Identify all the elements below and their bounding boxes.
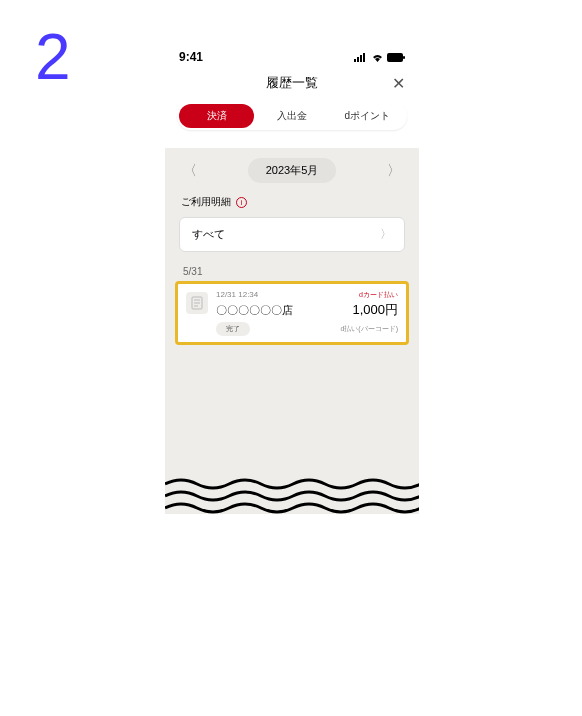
tab-payment[interactable]: 決済 [179,104,254,128]
next-month-button[interactable]: 〉 [387,162,401,180]
signal-icon [354,53,368,62]
page-header: 履歴一覧 ✕ [165,64,419,102]
info-icon[interactable]: i [236,197,247,208]
transaction-amount: 1,000円 [352,301,398,319]
prev-month-button[interactable]: 〈 [183,162,197,180]
transaction-datetime: 12/31 12:34 [216,290,258,299]
wave-decoration [165,476,419,514]
battery-icon [387,53,405,62]
svg-rect-4 [387,53,403,62]
transaction-method: d払い(バーコード) [340,324,398,334]
svg-rect-2 [360,55,362,62]
svg-rect-1 [357,57,359,62]
month-label[interactable]: 2023年5月 [248,158,337,183]
status-bar: 9:41 [165,44,419,64]
transaction-body: 12/31 12:34 dカード払い 〇〇〇〇〇〇店 1,000円 完了 d払い… [216,290,398,336]
close-button[interactable]: ✕ [392,74,405,93]
svg-rect-3 [363,53,365,62]
transaction-card-label: dカード払い [359,290,398,300]
phone-screen: 9:41 履歴一覧 ✕ 決済 入出金 dポイント 〈 2023年5月 〉 ご利用… [165,44,419,514]
svg-rect-0 [354,59,356,62]
tab-deposit[interactable]: 入出金 [254,104,329,128]
svg-rect-5 [403,56,405,59]
usage-label-text: ご利用明細 [181,195,231,209]
chevron-right-icon: 〉 [380,226,392,243]
tab-bar: 決済 入出金 dポイント [177,102,407,130]
transaction-store: 〇〇〇〇〇〇店 [216,303,293,318]
usage-section-label: ご利用明細 i [165,191,419,217]
page-title: 履歴一覧 [266,74,318,92]
receipt-icon [186,292,208,314]
filter-value: すべて [192,227,225,242]
status-icons [354,53,405,62]
step-number: 2 [35,25,71,89]
tab-dpoint[interactable]: dポイント [330,104,405,128]
transaction-status: 完了 [216,322,250,336]
date-group-label: 5/31 [165,266,419,281]
transaction-item[interactable]: 12/31 12:34 dカード払い 〇〇〇〇〇〇店 1,000円 完了 d払い… [175,281,409,345]
status-time: 9:41 [179,50,203,64]
month-navigator: 〈 2023年5月 〉 [165,148,419,191]
wifi-icon [371,53,384,62]
filter-select[interactable]: すべて 〉 [179,217,405,252]
